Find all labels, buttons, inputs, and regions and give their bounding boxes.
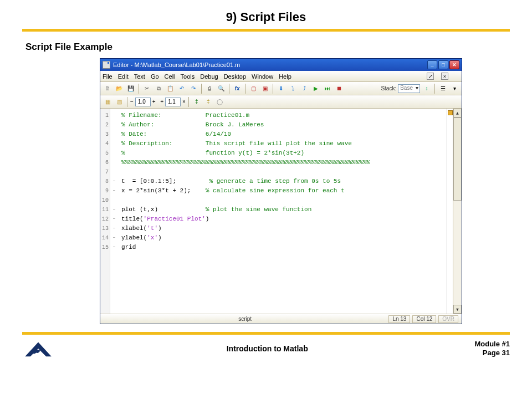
status-ovr: OVR — [438, 315, 458, 323]
breakpoint-gutter[interactable]: ––––––– — [110, 109, 118, 314]
undo-icon[interactable]: ↶ — [177, 84, 187, 94]
breakpoint-set-icon[interactable]: ▢ — [248, 84, 258, 94]
scroll-down-icon[interactable]: ▼ — [453, 305, 462, 314]
cell-divider-icon[interactable]: ‡ — [192, 97, 202, 107]
cell-eval-icon[interactable]: ▦ — [103, 97, 112, 107]
run-advance-icon[interactable]: ⏭ — [323, 84, 332, 94]
cell-increment-right[interactable]: 1.1 — [165, 98, 181, 106]
slide-subtitle: Script File Example — [0, 32, 532, 58]
menu-cell[interactable]: Cell — [165, 73, 175, 80]
toolbar-sep — [127, 97, 127, 107]
code-editor[interactable]: % Filename: Practice01.m% Author: Brock … — [118, 109, 446, 314]
redo-icon[interactable]: ↷ — [188, 84, 198, 94]
stack-label: Stack: — [381, 85, 396, 91]
copy-icon[interactable]: ⧉ — [154, 84, 163, 94]
minimize-button[interactable]: _ — [427, 60, 437, 69]
toolbar-sep — [434, 84, 435, 94]
cell-div[interactable]: ÷ — [160, 99, 163, 105]
step-out-icon[interactable]: ⤴ — [299, 84, 309, 94]
menu-desktop[interactable]: Desktop — [224, 73, 246, 80]
vertical-scrollbar[interactable]: ▲ ▼ — [453, 109, 462, 314]
scroll-thumb[interactable] — [453, 117, 462, 201]
titlebar: Editor - M:\Matlab_Course\Lab01\Practice… — [100, 59, 462, 71]
toolbar-sep — [245, 84, 245, 94]
code-analyzer-strip[interactable] — [446, 109, 453, 314]
editor-window: Editor - M:\Matlab_Course\Lab01\Practice… — [100, 58, 462, 324]
menu-debug[interactable]: Debug — [200, 73, 218, 80]
exit-debug-icon[interactable]: ⏹ — [334, 84, 344, 94]
publish-icon[interactable]: ◯ — [215, 97, 225, 107]
statusbar: script Ln 13 Col 12 OVR — [100, 314, 462, 324]
status-filetype: script — [238, 316, 252, 322]
function-icon[interactable]: fx — [232, 84, 242, 94]
toolbar-sep — [188, 97, 189, 107]
footer-title: Introduction to Matlab — [60, 344, 474, 353]
cell-eval-advance-icon[interactable]: ▧ — [114, 97, 124, 107]
toolbar-main: 🗎 📂 💾 ✂ ⧉ 📋 ↶ ↷ ⎙ 🔍 fx ▢ ▣ ⬇ ⤵ ⤴ ▶ ⏭ ⏹ S… — [100, 82, 462, 95]
cell-times[interactable]: × — [182, 99, 186, 105]
stack-select[interactable]: Base — [398, 84, 420, 93]
close-button[interactable]: ✕ — [449, 60, 459, 69]
menubar: File Edit Text Go Cell Tools Debug Deskt… — [100, 71, 462, 82]
step-icon[interactable]: ⬇ — [276, 84, 286, 94]
toolbar-sep — [273, 84, 273, 94]
footer-pageinfo: Module #1 Page 31 — [474, 340, 510, 358]
find-icon[interactable]: 🔍 — [216, 84, 226, 94]
scroll-up-icon[interactable]: ▲ — [453, 109, 462, 117]
new-file-icon[interactable]: 🗎 — [103, 84, 112, 94]
menu-go[interactable]: Go — [151, 73, 159, 80]
toolbar-sep — [139, 84, 139, 94]
paste-icon[interactable]: 📋 — [165, 84, 175, 94]
dock-icon[interactable]: ⤢ — [427, 73, 434, 80]
app-icon — [103, 61, 110, 69]
cell-minus[interactable]: − — [130, 99, 134, 105]
menu-tools[interactable]: Tools — [181, 73, 195, 80]
open-file-icon[interactable]: 📂 — [114, 84, 124, 94]
cell-plus[interactable]: + — [152, 99, 156, 105]
undock-icon[interactable]: × — [441, 73, 448, 80]
window-title: Editor - M:\Matlab_Course\Lab01\Practice… — [113, 62, 240, 68]
code-area: 123456789101112131415 ––––––– % Filename… — [100, 109, 462, 314]
logo-icon — [22, 338, 54, 359]
menu-window[interactable]: Window — [252, 73, 273, 80]
status-line: Ln 13 — [388, 315, 410, 323]
svg-marker-0 — [25, 342, 52, 357]
show-functions-icon[interactable]: ☰ — [438, 84, 448, 94]
maximize-button[interactable]: □ — [438, 60, 448, 69]
run-icon[interactable]: ▶ — [311, 84, 321, 94]
footer-module: Module #1 — [474, 340, 510, 349]
breakpoint-clear-icon[interactable]: ▣ — [260, 84, 270, 94]
cell-increment-left[interactable]: 1.0 — [135, 98, 151, 106]
toolbar-cell: ▦ ▧ − 1.0 + ÷ 1.1 × ‡ ‡ ◯ — [100, 95, 462, 109]
menu-text[interactable]: Text — [134, 73, 145, 80]
save-icon[interactable]: 💾 — [126, 84, 136, 94]
toolbar-sep — [201, 84, 202, 94]
db-arrow-icon[interactable]: ↕ — [422, 84, 432, 94]
print-icon[interactable]: ⎙ — [204, 84, 214, 94]
menu-edit[interactable]: Edit — [118, 73, 129, 80]
menu-file[interactable]: File — [103, 73, 112, 80]
cell-divider2-icon[interactable]: ‡ — [203, 97, 213, 107]
footer-page: Page 31 — [474, 349, 510, 357]
footer: Introduction to Matlab Module #1 Page 31 — [0, 335, 532, 359]
line-number-gutter: 123456789101112131415 — [100, 109, 110, 314]
slide-title: 9) Script Files — [0, 0, 532, 29]
menu-help[interactable]: Help — [279, 73, 291, 80]
toolbar-menu-icon[interactable]: ▾ — [449, 84, 459, 94]
step-in-icon[interactable]: ⤵ — [288, 84, 298, 94]
cut-icon[interactable]: ✂ — [142, 84, 152, 94]
toolbar-sep — [229, 84, 229, 94]
status-col: Col 12 — [412, 315, 436, 323]
